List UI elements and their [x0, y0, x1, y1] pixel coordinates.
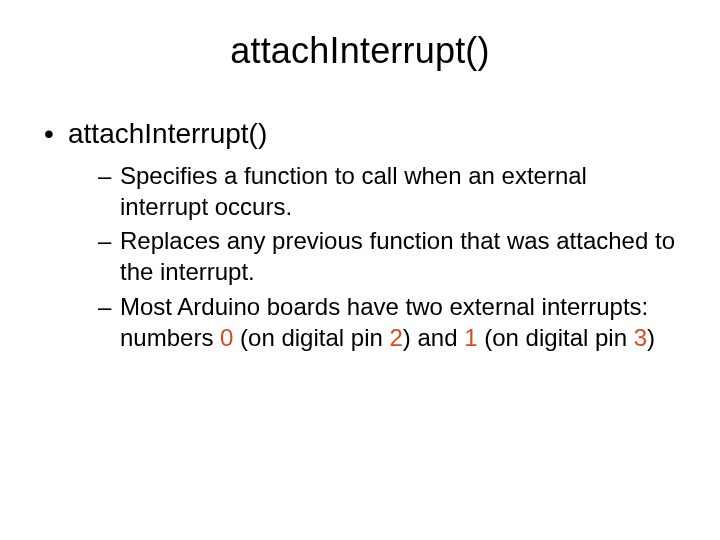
- list-item: attachInterrupt() Specifies a function t…: [40, 116, 680, 353]
- bullet-text-part: ) and: [403, 324, 464, 351]
- slide: attachInterrupt() attachInterrupt() Spec…: [0, 0, 720, 540]
- bullet-text: Replaces any previous function that was …: [120, 227, 675, 285]
- list-item: Specifies a function to call when an ext…: [98, 161, 680, 222]
- bullet-text-part: (on digital pin: [233, 324, 389, 351]
- bullet-text: Specifies a function to call when an ext…: [120, 162, 587, 220]
- bullet-text-part: ): [647, 324, 655, 351]
- list-item: Most Arduino boards have two external in…: [98, 292, 680, 353]
- bullet-list-level1: attachInterrupt() Specifies a function t…: [40, 116, 680, 353]
- highlight-number: 3: [634, 324, 647, 351]
- bullet-text: attachInterrupt(): [68, 118, 267, 149]
- highlight-number: 2: [390, 324, 403, 351]
- slide-title: attachInterrupt(): [40, 30, 680, 72]
- bullet-list-level2: Specifies a function to call when an ext…: [68, 161, 680, 353]
- highlight-number: 0: [220, 324, 233, 351]
- highlight-number: 1: [464, 324, 477, 351]
- list-item: Replaces any previous function that was …: [98, 226, 680, 287]
- bullet-text-part: (on digital pin: [478, 324, 634, 351]
